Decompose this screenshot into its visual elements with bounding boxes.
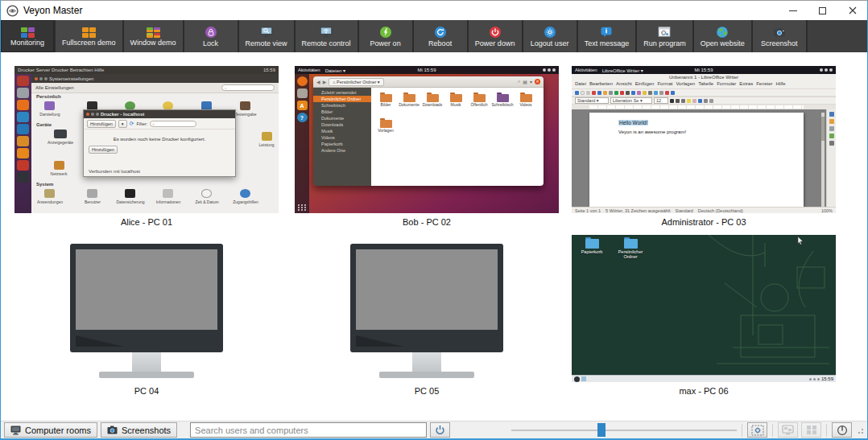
- status-item: Seite 1 von 1: [575, 208, 601, 213]
- sidebar-item: Downloads: [313, 121, 371, 128]
- bob-pc02-thumbnail[interactable]: Mi 15:59 Aktivitäten Dateien ▾ A ?: [295, 66, 559, 213]
- toolbar-button-window-demo[interactable]: Window demo: [124, 20, 184, 52]
- folder-label: Videos: [515, 103, 537, 107]
- screenshots-label: Screenshots: [122, 426, 171, 435]
- reboot-icon: [433, 26, 448, 39]
- resize-grip[interactable]: [855, 426, 864, 434]
- toolbar-button-open-website[interactable]: Open website: [694, 20, 753, 52]
- offline-monitor-icon: [70, 244, 223, 378]
- toolbar-label: Power down: [475, 39, 515, 47]
- libreoffice-toolbar-formatting: Standard ▾ Liberation Se ▾ 12: [572, 97, 836, 105]
- veyon-logo-icon: [6, 5, 19, 17]
- amazon-launcher-icon: [17, 148, 29, 158]
- system-tray-icons: [820, 68, 833, 72]
- menu-icon: ▾: [530, 79, 532, 84]
- computer-item-bob-pc02[interactable]: Mi 15:59 Aktivitäten Dateien ▾ A ?: [287, 66, 567, 227]
- thumbnail-size-slider[interactable]: [511, 422, 737, 438]
- sidebar-item: Schreibtisch: [313, 102, 371, 109]
- power-filter-icon: [435, 425, 445, 435]
- computer-monitoring-view: Drucker Server Drucker Betrachten Hilfe …: [1, 52, 867, 421]
- datensicherung-icon: [125, 189, 135, 198]
- folder-label: Musik: [444, 103, 467, 107]
- pc05-offline-thumbnail[interactable]: [295, 235, 559, 382]
- toolbar-button-power-down[interactable]: Power down: [469, 20, 523, 52]
- folder-item: Musik: [444, 94, 467, 107]
- computer-item-max-pc06[interactable]: Papierkorb Persönlicher Ordner 15:59: [564, 235, 844, 396]
- toolbar-button-lock[interactable]: Lock: [184, 20, 239, 52]
- folder-icon: [473, 94, 486, 102]
- powered-on-filter-button[interactable]: [430, 422, 450, 438]
- toolbar-button-monitoring[interactable]: Monitoring: [1, 20, 56, 52]
- screenshots-button[interactable]: Screenshots: [101, 422, 177, 438]
- section-personal: Persönlich: [36, 94, 61, 99]
- toolbar-button-run-program[interactable]: Run program: [637, 20, 694, 52]
- toolbar-label: Remote view: [246, 39, 287, 47]
- search-input[interactable]: [190, 422, 427, 438]
- toolbar-button-power-on[interactable]: Power on: [359, 20, 414, 52]
- folder-icon: [403, 94, 415, 102]
- minimize-button[interactable]: [778, 1, 808, 20]
- computer-item-administrator-pc03[interactable]: Mi 15:59 Aktivitäten LibreOffice Writer …: [564, 66, 844, 227]
- informationen-icon: [163, 189, 173, 198]
- pc04-offline-thumbnail[interactable]: [14, 235, 279, 382]
- toolbar-button-reboot[interactable]: Reboot: [414, 20, 469, 52]
- thumbnail-size-slider-handle[interactable]: [597, 423, 606, 437]
- desktop-folder-icon: [497, 94, 509, 102]
- close-button[interactable]: [837, 1, 867, 20]
- maximize-button[interactable]: [808, 1, 837, 20]
- toolbar-button-remote-control[interactable]: Remote control: [296, 20, 359, 52]
- toolbar-label: Fullscreen demo: [62, 39, 116, 47]
- toolbar-label: Text message: [585, 39, 630, 47]
- document-area: Hello World! Veyon is an awesome program…: [572, 109, 836, 207]
- hinzufuegen-button: Hinzufügen: [87, 120, 116, 128]
- menu-item: Tabelle: [698, 81, 713, 88]
- gnome-topbar: Mi 15:59 Aktivitäten Dateien ▾: [295, 66, 559, 74]
- menubar-items: Drucker Server Drucker Betrachten Hilfe: [18, 68, 104, 72]
- settings-launcher-icon: [17, 76, 29, 86]
- fullscreen-demo-icon: [82, 27, 96, 38]
- align-to-grid-button[interactable]: [801, 422, 821, 438]
- desktop-pager-icon: [581, 376, 586, 381]
- toolbar-button-text-message[interactable]: Text message: [578, 20, 638, 52]
- toolbar-button-fullscreen-demo[interactable]: Fullscreen demo: [56, 20, 124, 52]
- monitoring-icon: [21, 27, 35, 38]
- title-bar: Veyon Master: [1, 1, 867, 20]
- filter-search-field: ⌕: [150, 121, 196, 127]
- anwendungen-icon: [44, 189, 55, 198]
- dropdown-button: ▾: [118, 120, 127, 128]
- folder-item: Vorlagen: [374, 120, 397, 133]
- dock: A ?: [295, 74, 309, 213]
- computer-item-pc05[interactable]: PC 05: [287, 235, 567, 396]
- toolbar-button-remote-view[interactable]: Remote view: [239, 20, 296, 52]
- settings-header: Alle Einstellungen ⌕: [31, 83, 279, 93]
- custom-arrangement-button[interactable]: [778, 422, 798, 438]
- alice-desktop: Drucker Server Drucker Betrachten Hilfe …: [14, 66, 279, 213]
- administrator-pc03-thumbnail[interactable]: Mi 15:59 Aktivitäten LibreOffice Writer …: [572, 66, 836, 213]
- max-pc06-thumbnail[interactable]: Papierkorb Persönlicher Ordner 15:59: [572, 235, 836, 382]
- maximize-dot-icon: [44, 77, 48, 80]
- hinzufuegen-button-2: Hinzufügen: [89, 146, 118, 154]
- status-item: Deutsch (Deutschland): [698, 208, 743, 213]
- window-title: Veyon Master: [23, 5, 82, 16]
- lock-icon: [204, 26, 218, 39]
- toolbar-label: Monitoring: [10, 39, 44, 47]
- about-button[interactable]: [832, 422, 852, 438]
- toolbar-button-logout-user[interactable]: Logout user: [523, 20, 578, 52]
- slider-track[interactable]: [511, 430, 737, 431]
- computer-item-alice-pc01[interactable]: Drucker Server Drucker Betrachten Hilfe …: [6, 66, 287, 227]
- papierkorb-folder: Papierkorb: [575, 239, 609, 254]
- folder-label: Persönlicher Ordner: [612, 249, 649, 259]
- computer-rooms-button[interactable]: Computer rooms: [4, 422, 97, 438]
- auto-adjust-size-button[interactable]: [747, 422, 767, 438]
- toolbar-button-screenshot[interactable]: Screenshot: [753, 20, 808, 52]
- folder-item: Öffentlich: [468, 94, 490, 107]
- menu-item: Bearbeiten: [589, 81, 613, 88]
- system-item-label: Zeit & Datum: [185, 199, 229, 204]
- no-printers-message: Es wurden noch keine Drucker konfigurier…: [84, 137, 235, 142]
- toolbar-label: Reboot: [428, 39, 452, 47]
- sidebar-item: Dokumente: [313, 115, 371, 121]
- close-dot-icon: [35, 77, 38, 80]
- computer-item-pc04[interactable]: PC 04: [6, 235, 287, 396]
- amazon-dock-icon: A: [297, 101, 308, 110]
- alice-pc01-thumbnail[interactable]: Drucker Server Drucker Betrachten Hilfe …: [14, 66, 279, 213]
